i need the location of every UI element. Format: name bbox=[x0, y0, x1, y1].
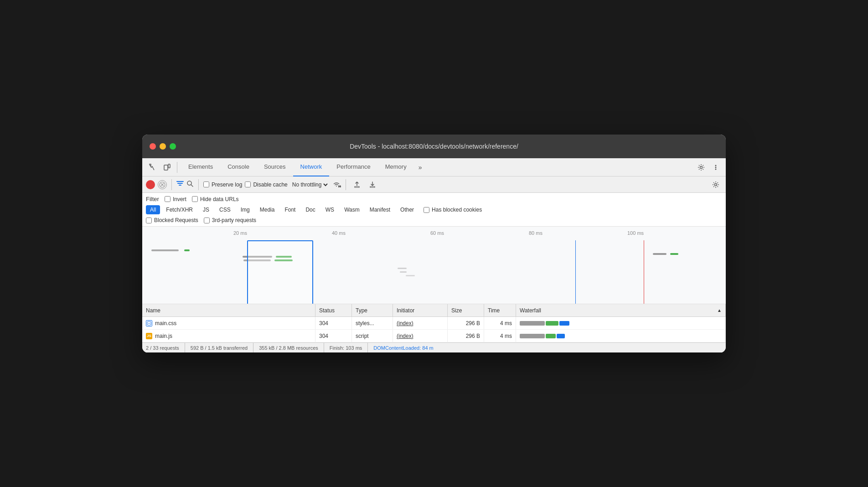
settings-button[interactable] bbox=[695, 161, 708, 174]
wf-bar-1b bbox=[184, 249, 190, 251]
status-domcontentloaded: DOMContentLoaded: 84 m bbox=[368, 345, 439, 351]
waterfall-overview[interactable]: 20 ms 40 ms 60 ms 80 ms 100 ms bbox=[142, 227, 726, 304]
network-toolbar-sep-1 bbox=[171, 179, 172, 190]
more-tabs-button[interactable]: » bbox=[414, 161, 427, 174]
import-button[interactable] bbox=[351, 178, 363, 191]
wf-bar-mid-2 bbox=[400, 271, 407, 273]
th-time[interactable]: Time bbox=[484, 304, 516, 316]
wifi-settings-icon[interactable] bbox=[332, 180, 341, 189]
time-marker-80ms: 80 ms bbox=[529, 230, 627, 236]
preserve-log-checkbox-label[interactable]: Preserve log bbox=[203, 181, 242, 188]
type-btn-font[interactable]: Font bbox=[280, 205, 300, 214]
hide-data-urls-checkbox-label[interactable]: Hide data URLs bbox=[192, 196, 239, 202]
time-marker-20ms: 20 ms bbox=[233, 230, 332, 236]
load-line bbox=[644, 240, 644, 304]
tabs-bar: Elements Console Sources Network Perform… bbox=[181, 158, 436, 176]
td-waterfall-js bbox=[516, 330, 726, 342]
th-name[interactable]: Name bbox=[142, 304, 315, 316]
waterfall-selection-box[interactable] bbox=[247, 240, 313, 304]
tab-elements[interactable]: Elements bbox=[181, 158, 220, 176]
th-type[interactable]: Type bbox=[352, 304, 393, 316]
filter-row-1: Filter Invert Hide data URLs bbox=[146, 196, 722, 202]
disable-cache-checkbox-label[interactable]: Disable cache bbox=[245, 181, 287, 188]
td-size-css: 296 B bbox=[448, 317, 484, 329]
device-toggle-button[interactable] bbox=[160, 161, 173, 174]
type-btn-all[interactable]: All bbox=[146, 205, 160, 214]
search-icon[interactable] bbox=[186, 180, 194, 189]
svg-point-5 bbox=[715, 168, 717, 170]
type-btn-css[interactable]: CSS bbox=[215, 205, 235, 214]
tab-performance[interactable]: Performance bbox=[329, 158, 377, 176]
filter-row-2: All Fetch/XHR JS CSS Img Media Font Doc … bbox=[146, 205, 722, 214]
table-header: Name Status Type Initiator Size Time bbox=[142, 304, 726, 317]
wf-cell-waiting-js bbox=[520, 334, 545, 338]
type-btn-manifest[interactable]: Manifest bbox=[366, 205, 394, 214]
type-btn-fetch-xhr[interactable]: Fetch/XHR bbox=[162, 205, 197, 214]
record-button[interactable] bbox=[146, 180, 155, 189]
time-markers: 20 ms 40 ms 60 ms 80 ms 100 ms bbox=[142, 230, 726, 236]
td-waterfall-css bbox=[516, 317, 726, 329]
has-blocked-cookies-checkbox[interactable] bbox=[424, 207, 429, 213]
export-button[interactable] bbox=[366, 178, 379, 191]
td-type-css: styles... bbox=[352, 317, 393, 329]
close-button[interactable] bbox=[150, 143, 156, 150]
type-btn-doc[interactable]: Doc bbox=[301, 205, 319, 214]
svg-line-10 bbox=[191, 185, 193, 187]
wf-bar-right-1b bbox=[670, 253, 678, 255]
top-toolbar: Elements Console Sources Network Perform… bbox=[142, 158, 726, 176]
third-party-requests-label[interactable]: 3rd-party requests bbox=[204, 217, 256, 223]
wf-cell-receiving-css bbox=[546, 321, 558, 326]
filter-label: Filter bbox=[146, 196, 159, 202]
sort-arrow-icon: ▲ bbox=[717, 308, 722, 313]
type-btn-wasm[interactable]: Wasm bbox=[340, 205, 364, 214]
hide-data-urls-checkbox[interactable] bbox=[192, 196, 198, 202]
wf-cell-ttfb-js bbox=[557, 334, 565, 338]
type-btn-js[interactable]: JS bbox=[199, 205, 213, 214]
disable-cache-checkbox[interactable] bbox=[245, 181, 251, 187]
td-status-css: 304 bbox=[315, 317, 352, 329]
type-btn-img[interactable]: Img bbox=[237, 205, 254, 214]
throttling-select[interactable]: No throttling bbox=[290, 181, 329, 188]
type-btn-other[interactable]: Other bbox=[396, 205, 418, 214]
customize-button[interactable] bbox=[709, 161, 722, 174]
maximize-button[interactable] bbox=[170, 143, 176, 150]
td-size-js: 296 B bbox=[448, 330, 484, 342]
svg-rect-0 bbox=[164, 165, 168, 170]
td-initiator-js: (index) bbox=[393, 330, 448, 342]
minimize-button[interactable] bbox=[160, 143, 166, 150]
third-party-requests-checkbox[interactable] bbox=[204, 218, 210, 223]
invert-checkbox[interactable] bbox=[165, 196, 170, 202]
type-btn-ws[interactable]: WS bbox=[321, 205, 338, 214]
network-table: Name Status Type Initiator Size Time bbox=[142, 304, 726, 342]
table-row[interactable]: JS main.js 304 script (index) 296 B 4 m bbox=[142, 330, 726, 342]
tab-memory[interactable]: Memory bbox=[378, 158, 414, 176]
dom-content-loaded-line bbox=[575, 240, 576, 304]
tab-console[interactable]: Console bbox=[220, 158, 257, 176]
th-waterfall[interactable]: Waterfall ▲ bbox=[516, 304, 726, 316]
filter-icon[interactable] bbox=[176, 180, 184, 189]
th-status[interactable]: Status bbox=[315, 304, 352, 316]
type-btn-media[interactable]: Media bbox=[256, 205, 279, 214]
wf-bar-1a bbox=[151, 249, 179, 251]
th-size[interactable]: Size bbox=[448, 304, 484, 316]
clear-button[interactable] bbox=[158, 180, 167, 189]
td-time-js: 4 ms bbox=[484, 330, 516, 342]
th-initiator[interactable]: Initiator bbox=[393, 304, 448, 316]
has-blocked-cookies-label[interactable]: Has blocked cookies bbox=[424, 207, 482, 213]
blocked-requests-label[interactable]: Blocked Requests bbox=[146, 217, 198, 223]
wf-cell-receiving-js bbox=[546, 334, 556, 338]
titlebar: DevTools - localhost:8080/docs/devtools/… bbox=[142, 135, 726, 158]
preserve-log-checkbox[interactable] bbox=[203, 181, 209, 187]
blocked-requests-checkbox[interactable] bbox=[146, 218, 152, 223]
tab-network[interactable]: Network bbox=[293, 158, 330, 176]
top-toolbar-right bbox=[695, 161, 722, 174]
tab-sources[interactable]: Sources bbox=[257, 158, 293, 176]
td-initiator-css: (index) bbox=[393, 317, 448, 329]
svg-point-2 bbox=[700, 166, 703, 168]
status-finish: Finish: 103 ms bbox=[324, 343, 368, 352]
inspect-element-button[interactable] bbox=[146, 161, 159, 174]
network-settings-button[interactable] bbox=[709, 178, 722, 191]
traffic-lights bbox=[150, 143, 176, 150]
invert-checkbox-label[interactable]: Invert bbox=[165, 196, 186, 202]
table-row[interactable]: main.css 304 styles... (index) 296 B 4 m… bbox=[142, 317, 726, 330]
